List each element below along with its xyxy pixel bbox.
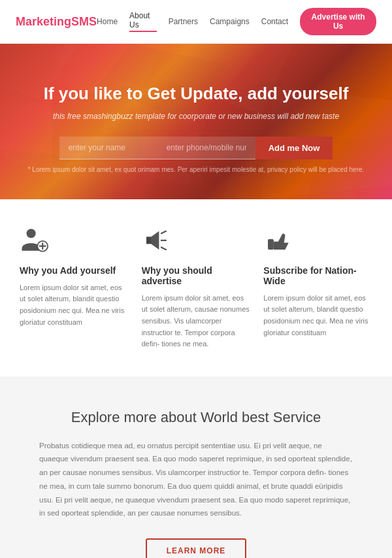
feature-add-yourself: Why you Add yourself Lorem ipsum dolor s… [20,225,129,350]
hero-name-input[interactable] [59,137,157,159]
hero-form: Add me Now [26,137,366,159]
feature-advertise: Why you should advertise Lorem ipsum dol… [142,225,251,350]
nav-links: Home About Us Partners Campaigns Contact… [97,8,376,35]
svg-point-15 [27,229,36,238]
feature-text-1: Lorem ipsum dolor sit amet, eos ut solet… [142,293,251,350]
logo-prefix: Marketing [16,15,71,29]
nav-partners[interactable]: Partners [169,17,198,26]
hero-subtitle: this free smashingbuzz template for coor… [26,112,366,121]
svg-line-19 [161,231,166,234]
nav-home[interactable]: Home [97,17,118,26]
thumbs-up-icon [263,225,292,254]
svg-line-21 [161,247,166,250]
hero-submit-button[interactable]: Add me Now [255,137,333,159]
nav-contact[interactable]: Contact [261,17,288,26]
add-person-icon [20,225,48,254]
hero-title: If you like to Get Update, add yourself [26,83,366,105]
explore-section: Explore more about World best Service Pr… [0,376,392,558]
feature-title-1: Why you should advertise [142,265,251,286]
features-section: Why you Add yourself Lorem ipsum dolor s… [0,199,392,376]
feature-subscribe: Subscribe for Nation-Wide Lorem ipsum do… [263,225,372,350]
hero-section: If you like to Get Update, add yourself … [0,44,392,199]
advertise-cta-button[interactable]: Advertise with Us [300,8,376,35]
logo: MarketingSMS [16,15,97,29]
learn-more-button[interactable]: LEARN MORE [146,538,247,558]
svg-rect-22 [268,239,274,250]
explore-title: Explore more about World best Service [39,409,353,426]
logo-suffix: SMS [71,15,97,29]
feature-text-2: Lorem ipsum dolor sit amet, eos ut solet… [263,293,372,338]
hero-disclaimer: * Lorem ipsum dolor sit amet, ex quot or… [26,166,366,173]
feature-text-0: Lorem ipsum dolor sit amet, eos ut solet… [20,282,129,328]
feature-title-2: Subscribe for Nation-Wide [263,265,372,286]
megaphone-icon [142,225,171,254]
explore-text: Probatus cotidieque mea ad, eu ornatus p… [39,439,353,520]
navbar: MarketingSMS Home About Us Partners Camp… [0,0,392,44]
hero-phone-input[interactable] [157,137,255,159]
nav-campaigns[interactable]: Campaigns [210,17,250,26]
nav-about[interactable]: About Us [129,11,157,32]
feature-title-0: Why you Add yourself [20,265,129,276]
